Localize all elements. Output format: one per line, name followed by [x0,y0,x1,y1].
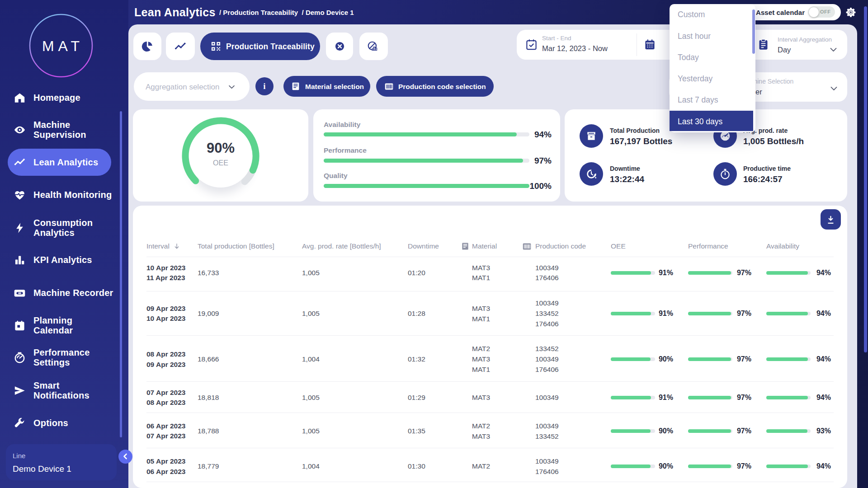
svg-text:MAT: MAT [42,38,84,54]
